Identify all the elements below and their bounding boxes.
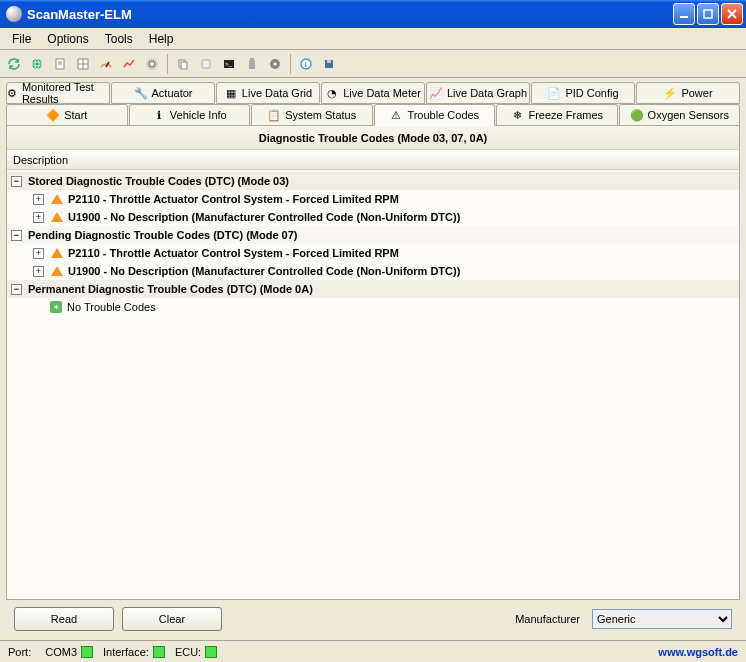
manufacturer-select[interactable]: Generic [592, 609, 732, 629]
svg-rect-20 [250, 58, 254, 60]
dtc-tree[interactable]: − Stored Diagnostic Trouble Codes (DTC) … [7, 170, 739, 599]
tree-item-label: No Trouble Codes [67, 301, 156, 313]
tab-freeze-frames[interactable]: ❄Freeze Frames [496, 104, 618, 126]
svg-point-12 [149, 61, 155, 67]
column-header-description[interactable]: Description [7, 150, 739, 170]
status-interface-led-icon [153, 646, 165, 658]
tab-label: Live Data Meter [343, 87, 421, 99]
minimize-button[interactable] [673, 3, 695, 25]
tab-actuator[interactable]: 🔧Actuator [111, 82, 215, 104]
tree-item-label: U1900 - No Description (Manufacturer Con… [68, 265, 460, 277]
tab-label: Trouble Codes [407, 109, 479, 121]
tab-trouble-codes[interactable]: ⚠Trouble Codes [374, 104, 496, 126]
menu-tools[interactable]: Tools [97, 30, 141, 48]
ok-icon: ✶ [49, 300, 63, 314]
panel-title: Diagnostic Trouble Codes (Mode 03, 07, 0… [7, 126, 739, 150]
menu-options[interactable]: Options [39, 30, 96, 48]
tab-label: Monitored Test Results [22, 81, 109, 105]
close-button[interactable] [721, 3, 743, 25]
tab-power[interactable]: ⚡Power [636, 82, 740, 104]
menubar: File Options Tools Help [0, 28, 746, 50]
actuator-icon: 🔧 [134, 86, 148, 100]
window-title: ScanMaster-ELM [27, 7, 673, 22]
tree-item[interactable]: + U1900 - No Description (Manufacturer C… [7, 262, 739, 280]
status-interface-label: Interface: [103, 646, 149, 658]
collapse-icon[interactable]: − [11, 284, 22, 295]
toolbar-separator [290, 54, 291, 74]
tree-group-stored[interactable]: − Stored Diagnostic Trouble Codes (DTC) … [7, 172, 739, 190]
o2-icon: 🟢 [630, 108, 644, 122]
tab-start[interactable]: 🔶Start [6, 104, 128, 126]
tab-vehicle-info[interactable]: ℹVehicle Info [129, 104, 251, 126]
toolbar-grid-icon[interactable] [73, 54, 93, 74]
tab-oxygen-sensors[interactable]: 🟢Oxygen Sensors [619, 104, 741, 126]
tree-group-permanent[interactable]: − Permanent Diagnostic Trouble Codes (DT… [7, 280, 739, 298]
svg-rect-16 [202, 60, 210, 68]
expand-icon[interactable]: + [33, 266, 44, 277]
toolbar-terminal-icon[interactable]: >_ [219, 54, 239, 74]
maximize-button[interactable] [697, 3, 719, 25]
collapse-icon[interactable]: − [11, 176, 22, 187]
expand-icon[interactable]: + [33, 248, 44, 259]
tab-label: Live Data Graph [447, 87, 527, 99]
toolbar-disk-icon[interactable] [319, 54, 339, 74]
toolbar-battery-icon[interactable] [242, 54, 262, 74]
tab-label: Vehicle Info [170, 109, 227, 121]
menu-help[interactable]: Help [141, 30, 182, 48]
toolbar-note-icon[interactable] [196, 54, 216, 74]
status-url-link[interactable]: www.wgsoft.de [658, 646, 738, 658]
toolbar-gear-icon[interactable] [142, 54, 162, 74]
tab-pid-config[interactable]: 📄PID Config [531, 82, 635, 104]
expand-icon[interactable]: + [33, 212, 44, 223]
content-panel: Diagnostic Trouble Codes (Mode 03, 07, 0… [6, 125, 740, 600]
toolbar-info-icon[interactable]: i [296, 54, 316, 74]
status-port-value: COM3 [45, 646, 77, 658]
warning-icon [50, 264, 64, 278]
tree-group-label: Permanent Diagnostic Trouble Codes (DTC)… [28, 283, 313, 295]
svg-rect-19 [249, 60, 255, 69]
tree-item[interactable]: + U1900 - No Description (Manufacturer C… [7, 208, 739, 226]
toolbar-disc-icon[interactable] [265, 54, 285, 74]
tab-label: PID Config [565, 87, 618, 99]
tab-live-data-grid[interactable]: ▦Live Data Grid [216, 82, 320, 104]
tree-item[interactable]: + P2110 - Throttle Actuator Control Syst… [7, 244, 739, 262]
meter-icon: ◔ [325, 86, 339, 100]
toolbar-globe-icon[interactable] [27, 54, 47, 74]
svg-rect-15 [181, 62, 187, 69]
toolbar-copy-icon[interactable] [173, 54, 193, 74]
tab-live-data-meter[interactable]: ◔Live Data Meter [321, 82, 425, 104]
toolbar-refresh-icon[interactable] [4, 54, 24, 74]
tab-label: Live Data Grid [242, 87, 312, 99]
menu-file[interactable]: File [4, 30, 39, 48]
tab-system-status[interactable]: 📋System Status [251, 104, 373, 126]
tab-label: Start [64, 109, 87, 121]
warning-icon [50, 192, 64, 206]
status-ecu-label: ECU: [175, 646, 201, 658]
toolbar: >_ i [0, 50, 746, 78]
tree-item[interactable]: ✶ No Trouble Codes [7, 298, 739, 316]
svg-point-22 [274, 62, 277, 65]
manufacturer-label: Manufacturer [515, 613, 580, 625]
tree-group-label: Pending Diagnostic Trouble Codes (DTC) (… [28, 229, 298, 241]
app-icon [6, 6, 22, 22]
grid-icon: ▦ [224, 86, 238, 100]
clear-button[interactable]: Clear [122, 607, 222, 631]
status-port-led-icon [81, 646, 93, 658]
titlebar: ScanMaster-ELM [0, 0, 746, 28]
graph-icon: 📈 [429, 86, 443, 100]
tab-live-data-graph[interactable]: 📈Live Data Graph [426, 82, 530, 104]
svg-point-2 [32, 59, 42, 69]
tree-item[interactable]: + P2110 - Throttle Actuator Control Syst… [7, 190, 739, 208]
tree-item-label: U1900 - No Description (Manufacturer Con… [68, 211, 460, 223]
tree-group-pending[interactable]: − Pending Diagnostic Trouble Codes (DTC)… [7, 226, 739, 244]
expand-icon[interactable]: + [33, 194, 44, 205]
svg-rect-0 [680, 16, 688, 18]
toolbar-graph-icon[interactable] [119, 54, 139, 74]
statusbar: Port: COM3 Interface: ECU: www.wgsoft.de [0, 640, 746, 662]
tab-monitored-test-results[interactable]: ⚙Monitored Test Results [6, 82, 110, 104]
svg-rect-1 [704, 10, 712, 18]
read-button[interactable]: Read [14, 607, 114, 631]
toolbar-meter-icon[interactable] [96, 54, 116, 74]
toolbar-doc-icon[interactable] [50, 54, 70, 74]
collapse-icon[interactable]: − [11, 230, 22, 241]
